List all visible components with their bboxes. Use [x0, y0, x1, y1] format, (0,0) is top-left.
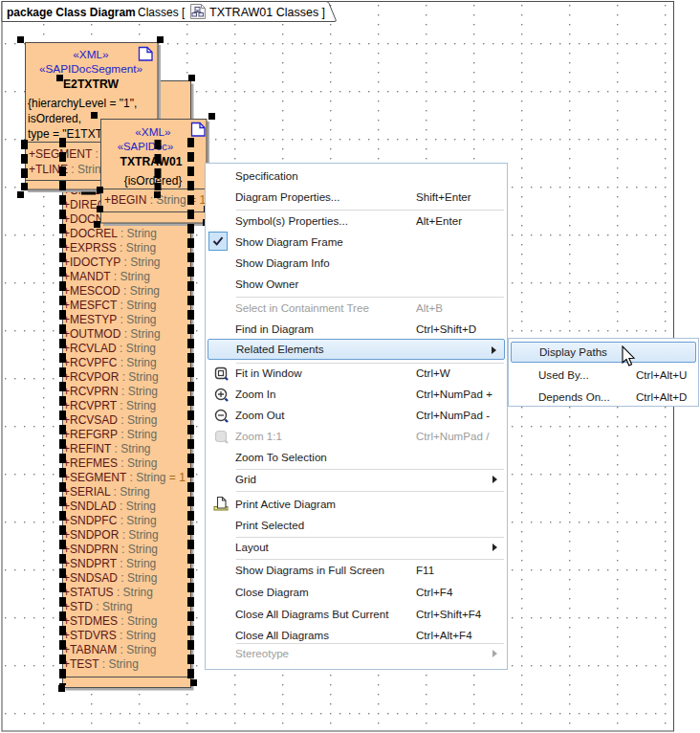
svg-text:+SNDPRT : String: +SNDPRT : String: [63, 557, 156, 570]
svg-text:+TEST : String: +TEST : String: [63, 657, 139, 671]
svg-text:{isOrdered}: {isOrdered}: [124, 174, 183, 188]
svg-text:isOrdered,: isOrdered,: [28, 112, 81, 125]
svg-text:+STATUS : String: +STATUS : String: [63, 586, 153, 599]
svg-text:+SNDPRN : String: +SNDPRN : String: [63, 543, 158, 556]
svg-text:+STD : String: +STD : String: [63, 600, 132, 613]
svg-text:+MANDT : String: +MANDT : String: [63, 270, 150, 283]
svg-text:+MESCOD : String: +MESCOD : String: [63, 284, 160, 298]
svg-text:+RCVPRN : String: +RCVPRN : String: [63, 385, 158, 398]
svg-text:«XML»: «XML»: [73, 48, 109, 61]
svg-text:+SNDPFC : String: +SNDPFC : String: [63, 514, 157, 527]
svg-text:+SEGMENT : String = 1: +SEGMENT : String = 1: [63, 471, 186, 484]
svg-text:+STDVRS : String: +STDVRS : String: [63, 629, 156, 642]
svg-text:+MESFCT : String: +MESFCT : String: [63, 299, 156, 312]
svg-text:«XML»: «XML»: [135, 125, 171, 139]
svg-text:Classes [: Classes [: [138, 6, 186, 19]
svg-text:+MESTYP : String: +MESTYP : String: [63, 313, 157, 326]
svg-text:+RCVPFC : String: +RCVPFC : String: [63, 356, 157, 369]
svg-text:TXTRAW01 Classes ]: TXTRAW01 Classes ]: [209, 6, 325, 19]
svg-text:+RCVLAD : String: +RCVLAD : String: [63, 342, 156, 355]
svg-text:{hierarchyLevel = "1",: {hierarchyLevel = "1",: [28, 97, 137, 110]
svg-text:E2TXTRW: E2TXTRW: [63, 78, 120, 91]
svg-text:+STDMES : String: +STDMES : String: [63, 614, 157, 628]
svg-text:+OUTMOD : String: +OUTMOD : String: [63, 327, 161, 341]
svg-text:+EXPRSS : String: +EXPRSS : String: [63, 241, 156, 255]
svg-text:+SNDLAD : String: +SNDLAD : String: [63, 500, 156, 513]
svg-text:+REFINT : String: +REFINT : String: [63, 442, 150, 455]
svg-text:package Class Diagram: package Class Diagram: [7, 6, 136, 19]
svg-text:+RCVPOR : String: +RCVPOR : String: [63, 370, 159, 384]
svg-text:«SAPIDoc»: «SAPIDoc»: [118, 141, 173, 152]
svg-text:+DOCREL : String: +DOCREL : String: [63, 227, 157, 240]
svg-text:+REFGRP : String: +REFGRP : String: [63, 428, 157, 441]
svg-text:«SAPIDocSegment»: «SAPIDocSegment»: [39, 62, 143, 76]
svg-text:+IDOCTYP : String: +IDOCTYP : String: [63, 255, 161, 269]
svg-text:+SNDPOR : String: +SNDPOR : String: [63, 528, 159, 542]
svg-text:+REFMES : String: +REFMES : String: [63, 456, 157, 470]
svg-text:+SERIAL : String: +SERIAL : String: [63, 485, 150, 499]
svg-text:+TABNAM : String: +TABNAM : String: [63, 643, 156, 656]
svg-text:TXTRAW01: TXTRAW01: [120, 155, 182, 168]
svg-text:+RCVPRT : String: +RCVPRT : String: [63, 399, 156, 412]
svg-text:+RCVSAD : String: +RCVSAD : String: [63, 413, 157, 427]
svg-text:+SNDSAD : String: +SNDSAD : String: [63, 571, 157, 585]
svg-text:+TLINE : String: +TLINE : String: [29, 163, 107, 176]
